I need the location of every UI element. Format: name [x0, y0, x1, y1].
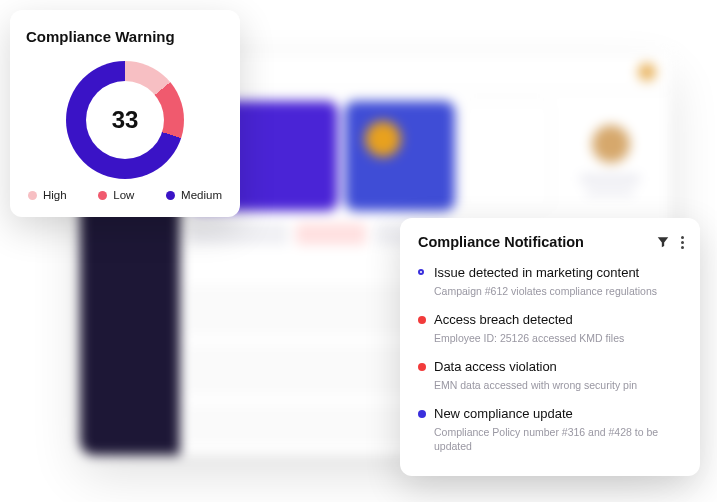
legend-medium: Medium: [166, 189, 222, 201]
legend-medium-label: Medium: [181, 189, 222, 201]
legend-dot-high-icon: [28, 191, 37, 200]
status-dot-icon: [418, 410, 426, 418]
notification-title: Access breach detected: [434, 312, 684, 329]
compliance-notification-title: Compliance Notification: [418, 234, 584, 250]
notification-item[interactable]: New compliance update Compliance Policy …: [418, 401, 684, 462]
notification-subtitle: EMN data accessed with wrong security pi…: [434, 378, 684, 392]
donut-chart: 33: [26, 55, 224, 185]
more-options-icon[interactable]: [681, 236, 684, 249]
compliance-notification-card: Compliance Notification Issue detected i…: [400, 218, 700, 476]
notification-title: Issue detected in marketing content: [434, 265, 684, 282]
notification-item[interactable]: Access breach detected Employee ID: 2512…: [418, 307, 684, 354]
notification-title: Data access violation: [434, 359, 684, 376]
legend-low-label: Low: [113, 189, 134, 201]
donut-ring: 33: [66, 61, 184, 179]
legend-dot-medium-icon: [166, 191, 175, 200]
filter-icon[interactable]: [655, 234, 671, 250]
notification-item[interactable]: Issue detected in marketing content Camp…: [418, 260, 684, 307]
status-dot-icon: [418, 363, 426, 371]
notification-title: New compliance update: [434, 406, 684, 423]
legend-high: High: [28, 189, 67, 201]
notification-subtitle: Campaign #612 violates compliance regula…: [434, 284, 684, 298]
notification-list: Issue detected in marketing content Camp…: [418, 260, 684, 462]
legend-dot-low-icon: [98, 191, 107, 200]
donut-value: 33: [86, 81, 164, 159]
chart-legend: High Low Medium: [26, 185, 224, 201]
notification-subtitle: Compliance Policy number #316 and #428 t…: [434, 425, 684, 453]
compliance-warning-card: Compliance Warning 33 High Low Medium: [10, 10, 240, 217]
status-dot-icon: [418, 269, 424, 275]
legend-high-label: High: [43, 189, 67, 201]
compliance-warning-title: Compliance Warning: [26, 28, 224, 45]
notification-subtitle: Employee ID: 25126 accessed KMD files: [434, 331, 684, 345]
legend-low: Low: [98, 189, 134, 201]
status-dot-icon: [418, 316, 426, 324]
notification-item[interactable]: Data access violation EMN data accessed …: [418, 354, 684, 401]
